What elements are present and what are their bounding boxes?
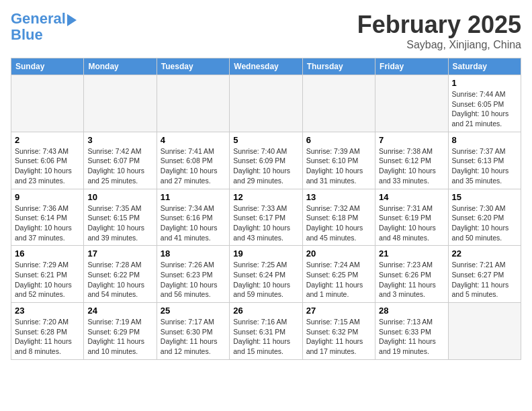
weekday-header: Saturday bbox=[448, 58, 521, 75]
weekday-header: Tuesday bbox=[157, 58, 229, 75]
calendar-cell: 16Sunrise: 7:29 AM Sunset: 6:21 PM Dayli… bbox=[11, 246, 84, 303]
day-number: 11 bbox=[161, 192, 226, 202]
calendar-cell bbox=[157, 75, 229, 132]
day-number: 23 bbox=[15, 306, 80, 316]
title-block: February 2025 Saybag, Xinjiang, China bbox=[357, 11, 521, 51]
calendar-cell bbox=[448, 303, 521, 360]
day-info: Sunrise: 7:30 AM Sunset: 6:20 PM Dayligh… bbox=[452, 203, 517, 243]
calendar-cell: 22Sunrise: 7:21 AM Sunset: 6:27 PM Dayli… bbox=[448, 246, 521, 303]
day-number: 27 bbox=[306, 306, 371, 316]
day-number: 14 bbox=[379, 192, 444, 202]
day-number: 3 bbox=[87, 135, 152, 145]
day-number: 5 bbox=[233, 135, 298, 145]
day-info: Sunrise: 7:19 AM Sunset: 6:29 PM Dayligh… bbox=[87, 317, 152, 357]
calendar-cell: 23Sunrise: 7:20 AM Sunset: 6:28 PM Dayli… bbox=[11, 303, 84, 360]
day-number: 6 bbox=[306, 135, 371, 145]
calendar-week-row: 9Sunrise: 7:36 AM Sunset: 6:14 PM Daylig… bbox=[11, 189, 521, 246]
weekday-header: Monday bbox=[84, 58, 157, 75]
calendar-cell: 17Sunrise: 7:28 AM Sunset: 6:22 PM Dayli… bbox=[84, 246, 157, 303]
day-number: 15 bbox=[452, 192, 517, 202]
calendar-cell: 10Sunrise: 7:35 AM Sunset: 6:15 PM Dayli… bbox=[84, 189, 157, 246]
weekday-header: Friday bbox=[375, 58, 448, 75]
calendar-cell: 19Sunrise: 7:25 AM Sunset: 6:24 PM Dayli… bbox=[230, 246, 302, 303]
day-number: 20 bbox=[306, 248, 371, 259]
day-number: 26 bbox=[233, 306, 298, 316]
calendar-cell: 2Sunrise: 7:43 AM Sunset: 6:06 PM Daylig… bbox=[11, 132, 84, 189]
logo: General Blue bbox=[11, 11, 77, 43]
calendar-cell: 8Sunrise: 7:37 AM Sunset: 6:13 PM Daylig… bbox=[448, 132, 521, 189]
day-number: 22 bbox=[452, 248, 517, 259]
day-info: Sunrise: 7:17 AM Sunset: 6:30 PM Dayligh… bbox=[161, 317, 226, 357]
calendar-cell: 25Sunrise: 7:17 AM Sunset: 6:30 PM Dayli… bbox=[157, 303, 229, 360]
calendar-week-row: 16Sunrise: 7:29 AM Sunset: 6:21 PM Dayli… bbox=[11, 246, 521, 303]
day-number: 24 bbox=[87, 306, 152, 316]
calendar-cell: 13Sunrise: 7:32 AM Sunset: 6:18 PM Dayli… bbox=[302, 189, 375, 246]
day-info: Sunrise: 7:21 AM Sunset: 6:27 PM Dayligh… bbox=[452, 260, 517, 300]
day-number: 28 bbox=[379, 306, 444, 316]
weekday-header: Sunday bbox=[11, 58, 84, 75]
calendar-cell: 3Sunrise: 7:42 AM Sunset: 6:07 PM Daylig… bbox=[84, 132, 157, 189]
day-info: Sunrise: 7:35 AM Sunset: 6:15 PM Dayligh… bbox=[87, 203, 152, 243]
calendar-cell: 21Sunrise: 7:23 AM Sunset: 6:26 PM Dayli… bbox=[375, 246, 448, 303]
day-info: Sunrise: 7:32 AM Sunset: 6:18 PM Dayligh… bbox=[306, 203, 371, 243]
day-number: 4 bbox=[161, 135, 226, 145]
day-info: Sunrise: 7:43 AM Sunset: 6:06 PM Dayligh… bbox=[15, 146, 80, 186]
calendar-cell bbox=[375, 75, 448, 132]
page-header: General Blue February 2025 Saybag, Xinji… bbox=[11, 11, 521, 51]
calendar-cell: 11Sunrise: 7:34 AM Sunset: 6:16 PM Dayli… bbox=[157, 189, 229, 246]
day-info: Sunrise: 7:41 AM Sunset: 6:08 PM Dayligh… bbox=[161, 146, 226, 186]
day-info: Sunrise: 7:25 AM Sunset: 6:24 PM Dayligh… bbox=[233, 260, 298, 300]
day-info: Sunrise: 7:15 AM Sunset: 6:32 PM Dayligh… bbox=[306, 317, 371, 357]
calendar-week-row: 2Sunrise: 7:43 AM Sunset: 6:06 PM Daylig… bbox=[11, 132, 521, 189]
day-info: Sunrise: 7:36 AM Sunset: 6:14 PM Dayligh… bbox=[15, 203, 80, 243]
calendar-table: SundayMondayTuesdayWednesdayThursdayFrid… bbox=[11, 58, 521, 360]
month-title: February 2025 bbox=[357, 11, 521, 39]
day-info: Sunrise: 7:13 AM Sunset: 6:33 PM Dayligh… bbox=[379, 317, 444, 357]
day-number: 9 bbox=[15, 192, 80, 202]
day-info: Sunrise: 7:23 AM Sunset: 6:26 PM Dayligh… bbox=[379, 260, 444, 300]
location: Saybag, Xinjiang, China bbox=[357, 39, 521, 51]
calendar-cell: 6Sunrise: 7:39 AM Sunset: 6:10 PM Daylig… bbox=[302, 132, 375, 189]
day-info: Sunrise: 7:24 AM Sunset: 6:25 PM Dayligh… bbox=[306, 260, 371, 300]
day-number: 16 bbox=[15, 248, 80, 259]
weekday-header: Wednesday bbox=[230, 58, 302, 75]
day-info: Sunrise: 7:37 AM Sunset: 6:13 PM Dayligh… bbox=[452, 146, 517, 186]
calendar-cell bbox=[84, 75, 157, 132]
calendar-header-row: SundayMondayTuesdayWednesdayThursdayFrid… bbox=[11, 58, 521, 75]
calendar-cell: 18Sunrise: 7:26 AM Sunset: 6:23 PM Dayli… bbox=[157, 246, 229, 303]
day-info: Sunrise: 7:34 AM Sunset: 6:16 PM Dayligh… bbox=[161, 203, 226, 243]
day-number: 12 bbox=[233, 192, 298, 202]
calendar-week-row: 23Sunrise: 7:20 AM Sunset: 6:28 PM Dayli… bbox=[11, 303, 521, 360]
calendar-week-row: 1Sunrise: 7:44 AM Sunset: 6:05 PM Daylig… bbox=[11, 75, 521, 132]
logo-text: General bbox=[11, 11, 66, 27]
calendar-cell: 26Sunrise: 7:16 AM Sunset: 6:31 PM Dayli… bbox=[230, 303, 302, 360]
day-info: Sunrise: 7:29 AM Sunset: 6:21 PM Dayligh… bbox=[15, 260, 80, 300]
day-info: Sunrise: 7:38 AM Sunset: 6:12 PM Dayligh… bbox=[379, 146, 444, 186]
calendar-cell: 9Sunrise: 7:36 AM Sunset: 6:14 PM Daylig… bbox=[11, 189, 84, 246]
day-number: 25 bbox=[161, 306, 226, 316]
calendar-cell: 12Sunrise: 7:33 AM Sunset: 6:17 PM Dayli… bbox=[230, 189, 302, 246]
logo-text2: Blue bbox=[11, 27, 77, 43]
day-info: Sunrise: 7:28 AM Sunset: 6:22 PM Dayligh… bbox=[87, 260, 152, 300]
calendar-cell: 4Sunrise: 7:41 AM Sunset: 6:08 PM Daylig… bbox=[157, 132, 229, 189]
day-number: 2 bbox=[15, 135, 80, 145]
day-number: 1 bbox=[452, 78, 517, 88]
calendar-cell bbox=[11, 75, 84, 132]
logo-arrow-icon bbox=[67, 14, 77, 26]
day-info: Sunrise: 7:42 AM Sunset: 6:07 PM Dayligh… bbox=[87, 146, 152, 186]
calendar-cell: 24Sunrise: 7:19 AM Sunset: 6:29 PM Dayli… bbox=[84, 303, 157, 360]
day-info: Sunrise: 7:40 AM Sunset: 6:09 PM Dayligh… bbox=[233, 146, 298, 186]
day-number: 10 bbox=[87, 192, 152, 202]
day-number: 13 bbox=[306, 192, 371, 202]
calendar-cell: 1Sunrise: 7:44 AM Sunset: 6:05 PM Daylig… bbox=[448, 75, 521, 132]
day-number: 19 bbox=[233, 248, 298, 259]
day-info: Sunrise: 7:16 AM Sunset: 6:31 PM Dayligh… bbox=[233, 317, 298, 357]
calendar-cell: 14Sunrise: 7:31 AM Sunset: 6:19 PM Dayli… bbox=[375, 189, 448, 246]
day-info: Sunrise: 7:33 AM Sunset: 6:17 PM Dayligh… bbox=[233, 203, 298, 243]
calendar-cell: 27Sunrise: 7:15 AM Sunset: 6:32 PM Dayli… bbox=[302, 303, 375, 360]
day-number: 21 bbox=[379, 248, 444, 259]
calendar-cell bbox=[230, 75, 302, 132]
day-info: Sunrise: 7:39 AM Sunset: 6:10 PM Dayligh… bbox=[306, 146, 371, 186]
day-number: 8 bbox=[452, 135, 517, 145]
calendar-cell: 20Sunrise: 7:24 AM Sunset: 6:25 PM Dayli… bbox=[302, 246, 375, 303]
